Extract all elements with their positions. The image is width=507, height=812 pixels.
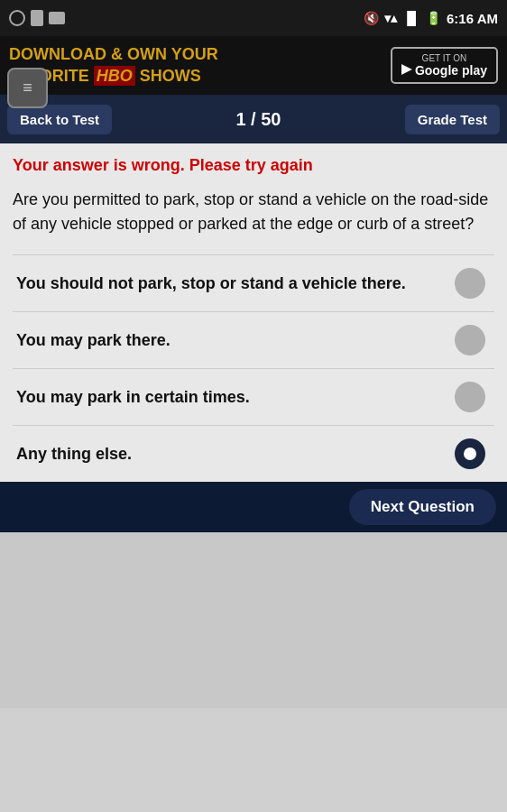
app-icon: ≡ bbox=[7, 68, 48, 108]
radio-button-4[interactable] bbox=[455, 438, 485, 469]
next-question-button[interactable]: Next Question bbox=[349, 489, 496, 525]
ad-line3: SHOWS bbox=[140, 67, 201, 85]
answer-label-2: You may park there. bbox=[16, 331, 455, 350]
question-text: Are you permitted to park, stop or stand… bbox=[13, 188, 494, 236]
footer-area bbox=[0, 532, 507, 708]
answer-label-4: Any thing else. bbox=[16, 445, 455, 464]
answer-option-4[interactable]: Any thing else. bbox=[13, 425, 494, 482]
wifi-icon: ▾▴ bbox=[384, 11, 397, 25]
app-icon-symbol: ≡ bbox=[23, 78, 32, 97]
answer-option-2[interactable]: You may park there. bbox=[13, 311, 494, 368]
battery-icon: 🔋 bbox=[426, 11, 441, 25]
google-play-get-it: GET IT ON bbox=[401, 53, 487, 63]
status-bar-left-icons bbox=[9, 10, 65, 26]
main-content: Your answer is wrong. Please try again A… bbox=[0, 143, 507, 482]
wrong-answer-message: Your answer is wrong. Please try again bbox=[13, 156, 494, 175]
google-play-button[interactable]: GET IT ON Google play bbox=[391, 47, 498, 84]
status-bar-right: 🔇 ▾▴ ▐▌ 🔋 6:16 AM bbox=[364, 11, 498, 26]
bottom-bar: Next Question bbox=[0, 482, 507, 532]
play-icon bbox=[401, 64, 412, 75]
mute-icon: 🔇 bbox=[364, 11, 379, 25]
answer-label-3: You may park in certain times. bbox=[16, 388, 455, 407]
ad-hbo: HBO bbox=[94, 66, 135, 86]
navigation-bar: Back to Test 1 / 50 Grade Test bbox=[0, 95, 507, 143]
grade-test-button[interactable]: Grade Test bbox=[405, 105, 500, 134]
answer-option-1[interactable]: You should not park, stop or stand a veh… bbox=[13, 254, 494, 311]
status-bar: 🔇 ▾▴ ▐▌ 🔋 6:16 AM bbox=[0, 0, 507, 36]
radio-button-3[interactable] bbox=[455, 382, 485, 412]
question-counter: 1 / 50 bbox=[235, 109, 281, 130]
sd-icon bbox=[31, 10, 43, 26]
radio-button-2[interactable] bbox=[455, 325, 485, 355]
google-play-label: Google play bbox=[401, 63, 487, 78]
signal-icon: ▐▌ bbox=[402, 11, 420, 25]
answer-option-3[interactable]: You may park in certain times. bbox=[13, 368, 494, 425]
back-to-test-button[interactable]: Back to Test bbox=[7, 105, 112, 134]
recycle-icon bbox=[9, 10, 25, 26]
status-time: 6:16 AM bbox=[447, 11, 498, 26]
radio-inner-4 bbox=[464, 448, 476, 460]
image-icon bbox=[49, 12, 65, 24]
ad-line1: DOWNLOAD & OWN YOUR bbox=[9, 45, 218, 63]
answer-label-1: You should not park, stop or stand a veh… bbox=[16, 274, 455, 293]
ad-banner[interactable]: DOWNLOAD & OWN YOUR FAVORITE HBO SHOWS G… bbox=[0, 36, 507, 95]
radio-button-1[interactable] bbox=[455, 268, 485, 299]
answers-container: You should not park, stop or stand a veh… bbox=[13, 254, 494, 482]
